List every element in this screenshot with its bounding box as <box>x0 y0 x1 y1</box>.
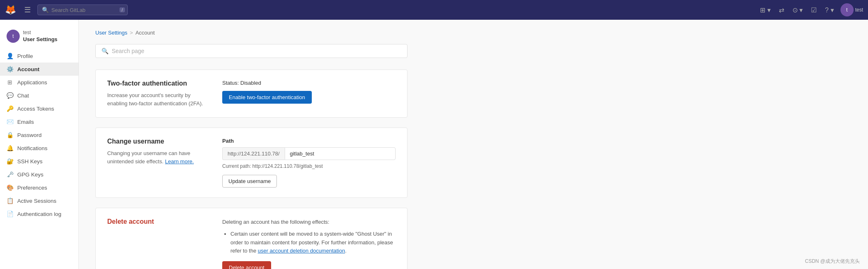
main-content: User Settings > Account 🔍 Two-factor aut… <box>79 20 868 269</box>
access-tokens-icon: 🔑 <box>7 105 13 112</box>
sidebar-user: t test User Settings <box>0 26 78 49</box>
sidebar-link-profile[interactable]: 👤 Profile <box>0 49 78 63</box>
ssh-keys-icon: 🔐 <box>7 158 13 165</box>
active-sessions-icon: 📋 <box>7 197 13 204</box>
sidebar-link-account[interactable]: ⚙️ Account <box>0 63 78 76</box>
todo-icon[interactable]: ☑ <box>808 4 820 16</box>
page-search-icon: 🔍 <box>101 48 108 54</box>
sidebar-link-notifications[interactable]: 🔔 Notifications <box>0 141 78 155</box>
sidebar-label-gpg-keys: GPG Keys <box>17 172 44 178</box>
sidebar-item-account[interactable]: ⚙️ Account <box>0 63 78 76</box>
chat-icon: 💬 <box>7 92 13 99</box>
search-input[interactable] <box>51 7 117 13</box>
watermark: CSDN @成为大佬先充头 <box>805 258 860 265</box>
sidebar-link-emails[interactable]: ✉️ Emails <box>0 115 78 128</box>
username-input[interactable] <box>285 147 396 160</box>
twofa-row: Two-factor authentication Increase your … <box>107 80 396 107</box>
sidebar: t test User Settings 👤 Profile ⚙️ Accoun… <box>0 20 79 269</box>
sidebar-item-chat[interactable]: 💬 Chat <box>0 89 78 102</box>
delete-account-row: Delete account Deleting an account has t… <box>107 218 396 269</box>
twofa-description: Increase your account's security by enab… <box>107 91 206 107</box>
preferences-icon: 🎨 <box>7 184 13 191</box>
sidebar-item-auth-log[interactable]: 📄 Authentication log <box>0 207 78 220</box>
update-username-button[interactable]: Update username <box>222 175 277 188</box>
sidebar-label-active-sessions: Active Sessions <box>17 198 56 204</box>
sidebar-label-notifications: Notifications <box>17 145 48 151</box>
sidebar-label-applications: Applications <box>17 79 47 86</box>
breadcrumb-parent[interactable]: User Settings <box>95 30 127 36</box>
sidebar-item-profile[interactable]: 👤 Profile <box>0 49 78 63</box>
change-username-desc: Changing your username can have unintend… <box>107 149 206 165</box>
sidebar-link-chat[interactable]: 💬 Chat <box>0 89 78 102</box>
topnav-username: test <box>855 7 863 13</box>
sidebar-link-gpg-keys[interactable]: 🗝️ GPG Keys <box>0 168 78 181</box>
applications-icon: ⊞ <box>7 79 13 86</box>
auth-log-icon: 📄 <box>7 211 13 217</box>
page-search-input[interactable] <box>112 48 401 54</box>
path-prefix: http://124.221.110.78/ <box>222 147 285 160</box>
gpg-keys-icon: 🗝️ <box>7 171 13 178</box>
sidebar-item-emails[interactable]: ✉️ Emails <box>0 115 78 128</box>
breadcrumb: User Settings > Account <box>95 30 852 36</box>
sidebar-link-access-tokens[interactable]: 🔑 Access Tokens <box>0 102 78 115</box>
delete-account-button[interactable]: Delete account <box>222 261 271 269</box>
sidebar-link-password[interactable]: 🔒 Password <box>0 128 78 141</box>
issues-icon[interactable]: ⊙ ▾ <box>789 4 806 16</box>
delete-effects-intro: Deleting an account has the following ef… <box>222 219 329 225</box>
learn-more-link[interactable]: Learn more. <box>165 158 194 165</box>
page-search-bar[interactable]: 🔍 <box>95 44 408 58</box>
sidebar-label-access-tokens: Access Tokens <box>17 106 54 112</box>
sidebar-item-preferences[interactable]: 🎨 Preferences <box>0 181 78 194</box>
sidebar-item-notifications[interactable]: 🔔 Notifications <box>0 141 78 155</box>
change-username-left: Change username Changing your username c… <box>107 138 206 188</box>
sidebar-label-password: Password <box>17 132 41 138</box>
sidebar-nav: 👤 Profile ⚙️ Account ⊞ Applications 💬 <box>0 49 78 220</box>
sidebar-link-applications[interactable]: ⊞ Applications <box>0 76 78 89</box>
search-icon: 🔍 <box>42 7 49 13</box>
sidebar-item-gpg-keys[interactable]: 🗝️ GPG Keys <box>0 168 78 181</box>
deletion-doc-link[interactable]: user account deletion documentation <box>258 248 345 254</box>
twofa-right: Status: Disabled Enable two-factor authe… <box>222 80 396 107</box>
sidebar-item-ssh-keys[interactable]: 🔐 SSH Keys <box>0 155 78 168</box>
notifications-icon: 🔔 <box>7 145 13 151</box>
sidebar-link-preferences[interactable]: 🎨 Preferences <box>0 181 78 194</box>
delete-account-section: Delete account Deleting an account has t… <box>95 208 408 269</box>
merge-request-icon[interactable]: ⇄ <box>776 4 787 16</box>
hamburger-icon[interactable]: ☰ <box>21 4 34 16</box>
sidebar-label-auth-log: Authentication log <box>17 211 61 217</box>
twofa-left: Two-factor authentication Increase your … <box>107 80 206 107</box>
sidebar-item-password[interactable]: 🔒 Password <box>0 128 78 141</box>
sidebar-label-profile: Profile <box>17 53 33 59</box>
path-label: Path <box>222 138 396 144</box>
sidebar-settings-title: User Settings <box>23 36 58 43</box>
sidebar-item-access-tokens[interactable]: 🔑 Access Tokens <box>0 102 78 115</box>
sidebar-avatar: t <box>7 30 20 43</box>
sidebar-link-auth-log[interactable]: 📄 Authentication log <box>0 207 78 220</box>
profile-icon: 👤 <box>7 53 13 59</box>
twofa-title: Two-factor authentication <box>107 80 206 87</box>
password-icon: 🔒 <box>7 132 13 138</box>
twofa-section: Two-factor authentication Increase your … <box>95 70 408 118</box>
delete-account-right: Deleting an account has the following ef… <box>222 218 396 269</box>
change-username-row: Change username Changing your username c… <box>107 138 396 188</box>
twofa-status: Status: Disabled <box>222 80 396 86</box>
emails-icon: ✉️ <box>7 118 13 125</box>
path-row: http://124.221.110.78/ <box>222 147 396 160</box>
plus-icon[interactable]: ⊞ ▾ <box>757 4 774 16</box>
account-icon: ⚙️ <box>7 66 13 72</box>
topnav: 🦊 ☰ 🔍 / ⊞ ▾ ⇄ ⊙ ▾ ☑ ? ▾ t test <box>0 0 868 20</box>
page-layout: t test User Settings 👤 Profile ⚙️ Accoun… <box>0 20 868 269</box>
user-avatar[interactable]: t <box>840 3 854 16</box>
sidebar-item-active-sessions[interactable]: 📋 Active Sessions <box>0 194 78 207</box>
sidebar-link-active-sessions[interactable]: 📋 Active Sessions <box>0 194 78 207</box>
change-username-section: Change username Changing your username c… <box>95 128 408 198</box>
sidebar-label-account: Account <box>17 66 39 72</box>
breadcrumb-separator: > <box>130 30 133 36</box>
enable-twofa-button[interactable]: Enable two-factor authentication <box>222 91 312 104</box>
sidebar-item-applications[interactable]: ⊞ Applications <box>0 76 78 89</box>
sidebar-link-ssh-keys[interactable]: 🔐 SSH Keys <box>0 155 78 168</box>
gitlab-logo-icon: 🦊 <box>5 5 16 15</box>
delete-account-left: Delete account <box>107 218 206 269</box>
help-icon[interactable]: ? ▾ <box>822 4 837 16</box>
search-bar[interactable]: 🔍 / <box>37 5 128 15</box>
